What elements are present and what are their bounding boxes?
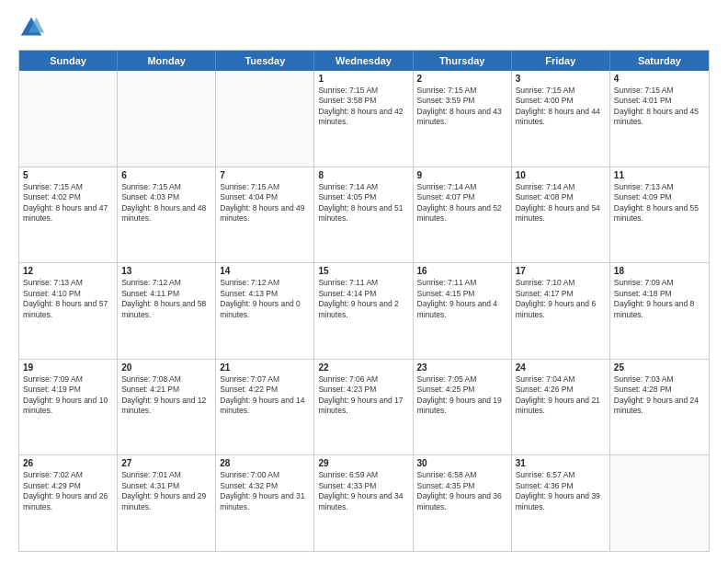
calendar-header: SundayMondayTuesdayWednesdayThursdayFrid…: [19, 51, 709, 71]
cell-info: Sunrise: 7:12 AM Sunset: 4:13 PM Dayligh…: [220, 278, 310, 320]
cell-info: Sunrise: 7:00 AM Sunset: 4:32 PM Dayligh…: [220, 470, 310, 512]
cell-info: Sunrise: 7:14 AM Sunset: 4:07 PM Dayligh…: [417, 182, 507, 224]
day-number: 25: [614, 362, 705, 373]
calendar-cell: 31Sunrise: 6:57 AM Sunset: 4:36 PM Dayli…: [512, 455, 610, 551]
day-number: 24: [516, 362, 606, 373]
cell-info: Sunrise: 6:58 AM Sunset: 4:35 PM Dayligh…: [417, 470, 507, 512]
day-number: 7: [220, 170, 310, 180]
day-number: 19: [23, 362, 113, 373]
cell-info: Sunrise: 7:06 AM Sunset: 4:23 PM Dayligh…: [318, 374, 408, 417]
day-number: 20: [121, 362, 211, 373]
day-number: 4: [614, 74, 705, 84]
day-number: 12: [23, 266, 113, 276]
day-number: 13: [121, 266, 211, 276]
cell-info: Sunrise: 7:15 AM Sunset: 4:02 PM Dayligh…: [23, 182, 113, 224]
day-number: 5: [23, 170, 113, 180]
calendar-row: 26Sunrise: 7:02 AM Sunset: 4:29 PM Dayli…: [19, 454, 709, 551]
day-number: 3: [516, 74, 606, 84]
weekday-header: Tuesday: [216, 51, 314, 71]
calendar-cell: 15Sunrise: 7:11 AM Sunset: 4:14 PM Dayli…: [314, 263, 413, 359]
cell-info: Sunrise: 6:57 AM Sunset: 4:36 PM Dayligh…: [516, 470, 606, 512]
calendar-cell: 4Sunrise: 7:15 AM Sunset: 4:01 PM Daylig…: [610, 71, 709, 167]
cell-info: Sunrise: 7:10 AM Sunset: 4:17 PM Dayligh…: [516, 278, 606, 320]
weekday-header: Saturday: [610, 51, 709, 71]
calendar: SundayMondayTuesdayWednesdayThursdayFrid…: [18, 50, 710, 552]
calendar-cell: 6Sunrise: 7:15 AM Sunset: 4:03 PM Daylig…: [118, 167, 216, 263]
day-number: 26: [23, 458, 113, 468]
day-number: 22: [318, 362, 408, 373]
calendar-cell: 22Sunrise: 7:06 AM Sunset: 4:23 PM Dayli…: [314, 360, 413, 455]
day-number: 18: [614, 266, 705, 276]
weekday-header: Monday: [118, 51, 216, 71]
calendar-cell: 16Sunrise: 7:11 AM Sunset: 4:15 PM Dayli…: [414, 263, 512, 359]
calendar-cell: 3Sunrise: 7:15 AM Sunset: 4:00 PM Daylig…: [512, 71, 610, 167]
day-number: 28: [220, 458, 310, 468]
cell-info: Sunrise: 7:11 AM Sunset: 4:15 PM Dayligh…: [417, 278, 507, 320]
day-number: 1: [318, 74, 408, 84]
logo: [18, 15, 46, 40]
calendar-cell: 26Sunrise: 7:02 AM Sunset: 4:29 PM Dayli…: [19, 455, 118, 551]
calendar-cell: 14Sunrise: 7:12 AM Sunset: 4:13 PM Dayli…: [216, 263, 314, 359]
page: SundayMondayTuesdayWednesdayThursdayFrid…: [0, 0, 728, 563]
calendar-row: 12Sunrise: 7:13 AM Sunset: 4:10 PM Dayli…: [19, 262, 709, 359]
day-number: 11: [614, 170, 705, 180]
day-number: 31: [516, 458, 606, 468]
calendar-cell: 17Sunrise: 7:10 AM Sunset: 4:17 PM Dayli…: [512, 263, 610, 359]
calendar-cell: 8Sunrise: 7:14 AM Sunset: 4:05 PM Daylig…: [314, 167, 413, 263]
calendar-cell: 23Sunrise: 7:05 AM Sunset: 4:25 PM Dayli…: [414, 360, 512, 455]
calendar-cell: 18Sunrise: 7:09 AM Sunset: 4:18 PM Dayli…: [610, 263, 709, 359]
cell-info: Sunrise: 7:12 AM Sunset: 4:11 PM Dayligh…: [121, 278, 211, 320]
logo-icon: [18, 15, 44, 40]
calendar-cell: 25Sunrise: 7:03 AM Sunset: 4:28 PM Dayli…: [610, 360, 709, 455]
day-number: 6: [121, 170, 211, 180]
calendar-cell: [216, 71, 314, 167]
cell-info: Sunrise: 7:15 AM Sunset: 4:00 PM Dayligh…: [516, 86, 606, 128]
cell-info: Sunrise: 7:13 AM Sunset: 4:10 PM Dayligh…: [23, 278, 113, 320]
calendar-cell: [610, 455, 709, 551]
calendar-row: 1Sunrise: 7:15 AM Sunset: 3:58 PM Daylig…: [19, 71, 709, 167]
calendar-cell: 12Sunrise: 7:13 AM Sunset: 4:10 PM Dayli…: [19, 263, 118, 359]
cell-info: Sunrise: 7:13 AM Sunset: 4:09 PM Dayligh…: [614, 182, 705, 224]
cell-info: Sunrise: 7:15 AM Sunset: 4:01 PM Dayligh…: [614, 86, 705, 128]
calendar-cell: [118, 71, 216, 167]
day-number: 8: [318, 170, 408, 180]
weekday-header: Thursday: [414, 51, 512, 71]
day-number: 27: [121, 458, 211, 468]
calendar-cell: 28Sunrise: 7:00 AM Sunset: 4:32 PM Dayli…: [216, 455, 314, 551]
cell-info: Sunrise: 7:15 AM Sunset: 3:58 PM Dayligh…: [318, 86, 408, 128]
weekday-header: Friday: [512, 51, 610, 71]
calendar-cell: 20Sunrise: 7:08 AM Sunset: 4:21 PM Dayli…: [118, 360, 216, 455]
calendar-cell: 21Sunrise: 7:07 AM Sunset: 4:22 PM Dayli…: [216, 360, 314, 455]
calendar-cell: 19Sunrise: 7:09 AM Sunset: 4:19 PM Dayli…: [19, 360, 118, 455]
calendar-cell: 29Sunrise: 6:59 AM Sunset: 4:33 PM Dayli…: [314, 455, 413, 551]
cell-info: Sunrise: 7:14 AM Sunset: 4:05 PM Dayligh…: [318, 182, 408, 224]
day-number: 2: [417, 74, 507, 84]
calendar-cell: 2Sunrise: 7:15 AM Sunset: 3:59 PM Daylig…: [414, 71, 512, 167]
cell-info: Sunrise: 7:02 AM Sunset: 4:29 PM Dayligh…: [23, 470, 113, 512]
day-number: 23: [417, 362, 507, 373]
day-number: 9: [417, 170, 507, 180]
cell-info: Sunrise: 7:08 AM Sunset: 4:21 PM Dayligh…: [121, 374, 211, 417]
day-number: 10: [516, 170, 606, 180]
calendar-cell: 7Sunrise: 7:15 AM Sunset: 4:04 PM Daylig…: [216, 167, 314, 263]
cell-info: Sunrise: 7:09 AM Sunset: 4:18 PM Dayligh…: [614, 278, 705, 320]
cell-info: Sunrise: 7:03 AM Sunset: 4:28 PM Dayligh…: [614, 374, 705, 417]
cell-info: Sunrise: 7:04 AM Sunset: 4:26 PM Dayligh…: [516, 374, 606, 417]
cell-info: Sunrise: 7:14 AM Sunset: 4:08 PM Dayligh…: [516, 182, 606, 224]
cell-info: Sunrise: 7:05 AM Sunset: 4:25 PM Dayligh…: [417, 374, 507, 417]
calendar-cell: 27Sunrise: 7:01 AM Sunset: 4:31 PM Dayli…: [118, 455, 216, 551]
day-number: 15: [318, 266, 408, 276]
day-number: 17: [516, 266, 606, 276]
cell-info: Sunrise: 7:11 AM Sunset: 4:14 PM Dayligh…: [318, 278, 408, 320]
calendar-cell: 11Sunrise: 7:13 AM Sunset: 4:09 PM Dayli…: [610, 167, 709, 263]
cell-info: Sunrise: 7:15 AM Sunset: 3:59 PM Dayligh…: [417, 86, 507, 128]
cell-info: Sunrise: 7:09 AM Sunset: 4:19 PM Dayligh…: [23, 374, 113, 417]
calendar-cell: 24Sunrise: 7:04 AM Sunset: 4:26 PM Dayli…: [512, 360, 610, 455]
day-number: 29: [318, 458, 408, 468]
cell-info: Sunrise: 6:59 AM Sunset: 4:33 PM Dayligh…: [318, 470, 408, 512]
header: [18, 15, 710, 40]
calendar-row: 19Sunrise: 7:09 AM Sunset: 4:19 PM Dayli…: [19, 359, 709, 455]
weekday-header: Sunday: [19, 51, 118, 71]
cell-info: Sunrise: 7:01 AM Sunset: 4:31 PM Dayligh…: [121, 470, 211, 512]
calendar-cell: 9Sunrise: 7:14 AM Sunset: 4:07 PM Daylig…: [414, 167, 512, 263]
